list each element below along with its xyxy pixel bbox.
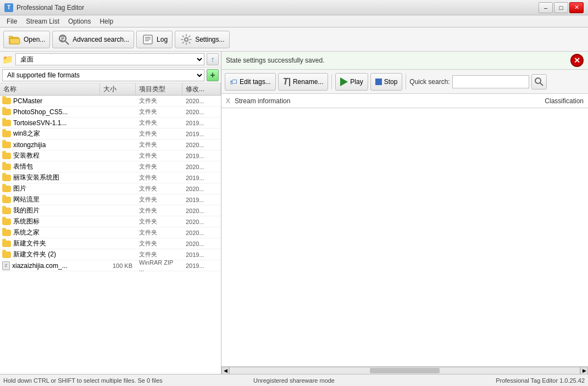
file-type-text: WinRAR ZIP ... [136, 258, 182, 273]
log-button[interactable]: Log [136, 31, 173, 48]
right-toolbar: 🏷 Edit tags... T| Rename... Play Stop Qu… [221, 70, 588, 94]
close-button[interactable]: ✕ [569, 2, 584, 13]
play-label: Play [350, 78, 363, 86]
column-header-date[interactable]: 修改... [182, 83, 221, 95]
settings-label: Settings... [195, 36, 224, 43]
scroll-left-button[interactable]: ◀ [221, 367, 229, 374]
file-type-text: 文件夹 [136, 139, 182, 150]
folder-icon [2, 109, 11, 115]
settings-button[interactable]: Settings... [175, 31, 229, 48]
stop-label: Stop [384, 78, 398, 86]
list-item[interactable]: 图片文件夹2020... [0, 183, 221, 194]
file-date-text: 2020... [182, 217, 221, 226]
menu-options[interactable]: Options [64, 16, 95, 26]
list-item[interactable]: TortoiseSVN-1.1...文件夹2019... [0, 118, 221, 128]
list-item[interactable]: 系统图标文件夹2020... [0, 216, 221, 227]
list-item[interactable]: 表情包文件夹2020... [0, 161, 221, 172]
file-filter-selector[interactable]: All supported file formats [2, 69, 204, 81]
file-size-text [100, 111, 136, 113]
file-size-text [100, 177, 136, 179]
file-size-text [100, 100, 136, 102]
status-left: Hold down CTRL or SHIFT to select multip… [3, 377, 197, 384]
scroll-right-button[interactable]: ▶ [580, 367, 588, 374]
main-content: 📁 桌面 ↑ All supported file formats + 名称 大… [0, 52, 588, 374]
file-type-text: 文件夹 [136, 161, 182, 172]
folder-icon [2, 98, 11, 104]
path-bar: 📁 桌面 ↑ [0, 52, 221, 68]
file-type-text: 文件夹 [136, 118, 182, 128]
svg-line-4 [65, 41, 69, 44]
list-item[interactable]: 系统之家文件夹2020... [0, 227, 221, 238]
file-name-text: PCMaster [13, 97, 42, 105]
file-date-text: 2020... [182, 97, 221, 105]
file-size-text [100, 144, 136, 146]
column-header-size[interactable]: 大小 [100, 83, 136, 95]
svg-line-14 [540, 83, 543, 86]
quick-search-label: Quick search: [409, 78, 450, 86]
menu-file[interactable]: File [2, 16, 21, 26]
file-size-text [100, 221, 136, 223]
stream-x-button[interactable]: X [226, 97, 230, 105]
list-item[interactable]: Zxiazaizhijia.com_...100 KBWinRAR ZIP ..… [0, 260, 221, 271]
stream-content [221, 108, 588, 366]
list-item[interactable]: 新建文件夹文件夹2020... [0, 238, 221, 249]
rename-button[interactable]: T| Rename... [278, 73, 329, 91]
file-date-text: 2020... [182, 108, 221, 116]
file-size-text [100, 122, 136, 124]
file-name-text: 网站流里 [13, 195, 40, 204]
horizontal-scrollbar[interactable] [229, 367, 580, 374]
file-date-text: 2019... [182, 195, 221, 204]
list-item[interactable]: 安装教程文件夹2019... [0, 150, 221, 161]
quick-search-go-button[interactable] [531, 74, 547, 89]
play-button[interactable]: Play [335, 73, 368, 91]
file-date-text: 2019... [182, 119, 221, 127]
file-type-text: 文件夹 [136, 172, 182, 183]
list-item[interactable]: 新建文件夹 (2)文件夹2019... [0, 249, 221, 260]
svg-rect-2 [10, 38, 20, 44]
advanced-search-button[interactable]: Advanced search... [52, 31, 134, 48]
list-item[interactable]: 我的图片文件夹2020... [0, 205, 221, 216]
list-item[interactable]: PCMaster文件夹2020... [0, 96, 221, 107]
svg-rect-8 [143, 35, 152, 44]
list-item[interactable]: 丽珠安装系统图文件夹2019... [0, 172, 221, 183]
advanced-search-icon [57, 33, 70, 46]
svg-rect-1 [9, 36, 13, 38]
column-header-type[interactable]: 项目类型 [136, 83, 182, 95]
file-name-text: xitongzhijia [13, 141, 46, 149]
status-bar: Hold down CTRL or SHIFT to select multip… [0, 374, 588, 386]
maximize-button[interactable]: □ [554, 2, 568, 13]
file-size-text [100, 243, 136, 245]
list-item[interactable]: xitongzhijia文件夹2020... [0, 139, 221, 150]
column-header-name[interactable]: 名称 [0, 83, 100, 95]
folder-icon: 📁 [2, 54, 13, 65]
menu-bar: File Stream List Options Help [0, 15, 588, 27]
file-type-text: 文件夹 [136, 128, 182, 139]
add-filter-button[interactable]: + [207, 69, 219, 81]
toolbar-separator [331, 74, 332, 89]
menu-stream-list[interactable]: Stream List [21, 16, 64, 26]
open-button[interactable]: Open... [3, 31, 50, 48]
edit-tags-button[interactable]: 🏷 Edit tags... [225, 73, 276, 91]
path-selector[interactable]: 桌面 [15, 53, 204, 65]
stream-info-header: X Stream information Classification [221, 94, 588, 108]
file-name-text: 系统图标 [13, 217, 40, 226]
scrollbar-thumb[interactable] [370, 368, 440, 373]
folder-icon [2, 219, 11, 225]
quick-search-input[interactable] [452, 75, 529, 88]
menu-help[interactable]: Help [95, 16, 118, 26]
folder-icon [2, 240, 11, 247]
minimize-button[interactable]: – [539, 2, 553, 13]
navigate-up-button[interactable]: ↑ [207, 53, 219, 65]
stream-classification-label: Classification [545, 97, 584, 105]
list-item[interactable]: PhotoShop_CS5...文件夹2020... [0, 107, 221, 118]
close-status-button[interactable]: ✕ [570, 54, 584, 67]
list-item[interactable]: 网站流里文件夹2019... [0, 194, 221, 205]
log-label: Log [157, 36, 168, 43]
list-item[interactable]: win8之家文件夹2019... [0, 128, 221, 139]
status-right: Professional Tag Editor 1.0.25.42 [391, 377, 585, 384]
left-panel: 📁 桌面 ↑ All supported file formats + 名称 大… [0, 52, 221, 374]
file-date-text: 2019... [182, 250, 221, 259]
folder-icon [2, 164, 11, 170]
stop-button[interactable]: Stop [370, 73, 403, 91]
file-name-text: win8之家 [13, 129, 40, 138]
